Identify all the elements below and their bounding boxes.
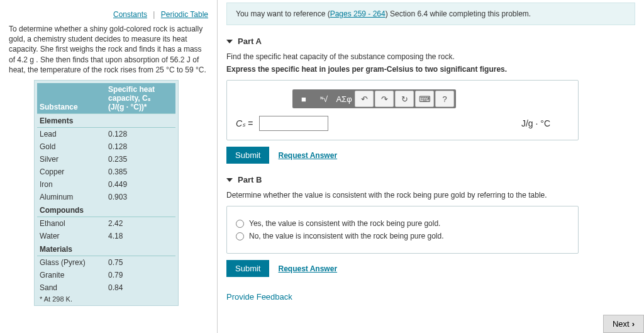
table-row: Glass (Pyrex)0.75 xyxy=(37,256,175,269)
redo-tool[interactable]: ↷ xyxy=(375,91,394,107)
provide-feedback-link[interactable]: Provide Feedback xyxy=(226,292,635,302)
answer-box-a: ■ ᶰ√ ΑΣφ ↶ ↷ ↻ ⌨ ? Cₛ = J/g · °C xyxy=(226,80,579,140)
part-a-title: Part A xyxy=(238,37,262,46)
part-b-instr: Determine whether the value is consisten… xyxy=(226,191,635,200)
radio-no[interactable] xyxy=(236,232,244,240)
table-row: Copper0.385 xyxy=(37,166,175,178)
table-section: Materials xyxy=(37,242,175,256)
col-capacity: Specific heat capacity, Cₛ (J/(g · °C))* xyxy=(106,83,175,114)
unit-label: J/g · °C xyxy=(521,118,550,128)
answer-box-b: Yes, the value is consistent with the ro… xyxy=(226,206,579,254)
table-row: Iron0.449 xyxy=(37,178,175,191)
next-button[interactable]: Next› xyxy=(603,315,644,333)
template-tool[interactable]: ■ xyxy=(294,91,313,107)
specific-heat-table: Substance Specific heat capacity, Cₛ (J/… xyxy=(34,80,179,306)
part-a-instr1: Find the specific heat capacity of the s… xyxy=(226,52,635,61)
main-content: You may want to reference (Pages 259 - 2… xyxy=(218,0,644,333)
undo-tool[interactable]: ↶ xyxy=(355,91,374,107)
pages-link[interactable]: Pages 259 - 264 xyxy=(330,9,386,18)
request-answer-a[interactable]: Request Answer xyxy=(278,151,337,160)
root-tool[interactable]: ᶰ√ xyxy=(314,91,333,107)
answer-input-a[interactable] xyxy=(259,116,328,131)
table-row: Silver0.235 xyxy=(37,153,175,166)
caret-down-icon[interactable] xyxy=(226,178,233,182)
request-answer-b[interactable]: Request Answer xyxy=(278,264,337,273)
table-row: Ethanol2.42 xyxy=(37,217,175,230)
reset-tool[interactable]: ↻ xyxy=(395,91,414,107)
constants-link[interactable]: Constants xyxy=(113,10,147,19)
part-a: Part A Find the specific heat capacity o… xyxy=(226,37,635,164)
submit-button-a[interactable]: Submit xyxy=(226,147,269,164)
table-section: Elements xyxy=(37,113,175,127)
table-row: Lead0.128 xyxy=(37,127,175,140)
part-a-instr2: Express the specific heat in joules per … xyxy=(226,65,635,74)
table-row: Granite0.79 xyxy=(37,269,175,281)
part-b: Part B Determine whether the value is co… xyxy=(226,175,635,277)
table-row: Gold0.128 xyxy=(37,140,175,153)
option-yes[interactable]: Yes, the value is consistent with the ro… xyxy=(236,219,569,228)
table-row: Sand0.84 xyxy=(37,281,175,294)
option-no[interactable]: No, the value is inconsistent with the r… xyxy=(236,232,569,240)
part-b-title: Part B xyxy=(238,175,262,184)
equation-toolbar: ■ ᶰ√ ΑΣφ ↶ ↷ ↻ ⌨ ? xyxy=(292,89,456,108)
help-tool[interactable]: ? xyxy=(435,91,454,107)
radio-yes[interactable] xyxy=(236,220,244,228)
reference-hint: You may want to reference (Pages 259 - 2… xyxy=(226,3,635,25)
sidebar: Constants | Periodic Table To determine … xyxy=(0,0,217,333)
periodic-table-link[interactable]: Periodic Table xyxy=(161,10,208,19)
variable-label: Cₛ = xyxy=(236,118,253,128)
keyboard-tool[interactable]: ⌨ xyxy=(415,91,434,107)
table-row: Aluminum0.903 xyxy=(37,191,175,203)
greek-tool[interactable]: ΑΣφ xyxy=(335,91,353,107)
problem-intro: To determine whether a shiny gold-colore… xyxy=(9,24,208,75)
table-section: Compounds xyxy=(37,203,175,217)
caret-down-icon[interactable] xyxy=(226,40,233,43)
col-substance: Substance xyxy=(37,83,106,114)
table-row: Water4.18 xyxy=(37,230,175,242)
submit-button-b[interactable]: Submit xyxy=(226,260,269,277)
chevron-right-icon: › xyxy=(632,319,635,329)
table-footnote: * At 298 K. xyxy=(37,294,175,304)
